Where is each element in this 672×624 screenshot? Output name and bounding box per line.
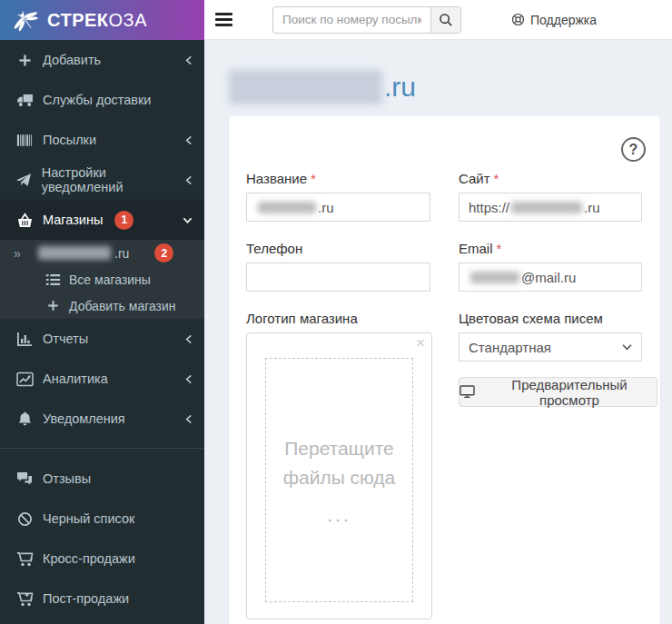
chevron-left-icon — [183, 333, 193, 345]
redacted-shop-title — [229, 70, 382, 104]
main-content: .ru ? Название* .ru — [204, 40, 672, 624]
preview-button[interactable]: Предварительный просмотр — [459, 377, 657, 407]
chevron-down-icon — [621, 343, 633, 352]
list-icon — [43, 273, 63, 286]
logo-field: Логотип магазина × Перетащите файлы сюда… — [246, 311, 430, 619]
sidebar-item-analytics[interactable]: Аналитика — [0, 359, 204, 399]
bell-icon — [14, 411, 35, 427]
submenu-item-all-shops[interactable]: Все магазины — [0, 266, 204, 292]
cart-plus-icon — [14, 591, 35, 607]
parcel-search — [272, 6, 461, 34]
life-ring-icon — [511, 13, 525, 26]
comments-icon — [14, 471, 35, 486]
cart-icon — [14, 551, 35, 567]
paper-plane-icon — [14, 173, 35, 187]
dragonfly-icon — [9, 4, 42, 36]
search-input[interactable] — [272, 6, 430, 34]
app-screen: СТРЕКОЗА Под — [0, 0, 672, 624]
shop-settings-form: Название* .ru Сайт* https:// .ru — [246, 171, 642, 624]
search-icon — [439, 13, 453, 27]
sidebar-item-shops[interactable]: Магазины 1 — [0, 200, 204, 240]
sidebar-item-cross-sales[interactable]: Кросс-продажи — [0, 539, 204, 579]
logo-dropzone[interactable]: × Перетащите файлы сюда ... — [246, 332, 432, 619]
sidebar-divider — [0, 448, 204, 449]
sidebar-item-blacklist[interactable]: Черный список — [0, 499, 204, 539]
sidebar-item-parcels[interactable]: Посылки — [0, 120, 204, 160]
email-label: Email* — [459, 241, 642, 256]
close-icon[interactable]: × — [416, 334, 425, 352]
chevron-left-icon — [183, 174, 193, 186]
support-link[interactable]: Поддержка — [511, 13, 597, 27]
scheme-select[interactable]: Стандартная — [459, 332, 642, 362]
name-field: Название* .ru — [246, 171, 430, 222]
sidebar-item-notification-settings[interactable]: Настройки уведомлений — [0, 160, 204, 200]
monitor-icon — [460, 385, 475, 399]
sidebar-item-post-sales[interactable]: Пост-продажи — [0, 579, 204, 619]
sidebar-item-notifications[interactable]: Уведомления — [0, 399, 204, 439]
support-label: Поддержка — [530, 13, 597, 27]
basket-icon — [14, 213, 35, 228]
chevron-left-icon — [183, 413, 193, 425]
submenu-item-add-shop[interactable]: Добавить магазин — [0, 292, 204, 319]
top-header: Поддержка — [204, 0, 672, 40]
chevron-down-icon — [182, 215, 193, 225]
redacted-name-value — [258, 202, 316, 213]
redacted-site-value — [511, 202, 582, 213]
phone-input[interactable] — [246, 262, 430, 292]
email-input[interactable]: @mail.ru — [459, 262, 642, 292]
scheme-label: Цветовая схема писем — [459, 311, 642, 326]
sidebar-item-add[interactable]: Добавить — [0, 40, 204, 80]
shops-submenu: » .ru 2 Все магазины Добавить магазин — [0, 240, 204, 319]
brand-logo[interactable]: СТРЕКОЗА — [0, 0, 204, 40]
dropzone-inner: Перетащите файлы сюда ... — [265, 358, 413, 602]
redacted-email-value — [470, 272, 519, 283]
name-label: Название* — [246, 171, 430, 186]
name-input[interactable]: .ru — [246, 193, 430, 222]
site-field: Сайт* https:// .ru — [459, 171, 642, 222]
sidebar-item-delivery-services[interactable]: Службы доставки — [0, 80, 204, 120]
bar-chart-icon — [14, 332, 35, 346]
brand-name: СТРЕКОЗА — [47, 10, 147, 31]
search-button[interactable] — [430, 6, 461, 34]
plus-icon — [14, 53, 35, 68]
dropzone-dots: ... — [327, 504, 351, 526]
plus-icon — [43, 299, 63, 312]
shops-count-badge: 1 — [114, 211, 133, 230]
page-title: .ru — [229, 70, 416, 104]
scheme-field: Цветовая схема писем Стандартная — [459, 311, 642, 619]
chevron-left-icon — [183, 54, 193, 66]
sidebar-toggle-icon[interactable] — [215, 13, 232, 26]
line-chart-icon — [14, 371, 35, 387]
sidebar-item-reviews[interactable]: Отзывы — [0, 459, 204, 499]
dropzone-text: Перетащите файлы сюда — [266, 434, 412, 491]
chevron-left-icon — [183, 134, 193, 146]
site-input[interactable]: https:// .ru — [459, 193, 642, 222]
submenu-item-active-shop[interactable]: » .ru 2 — [0, 240, 204, 266]
help-icon[interactable]: ? — [621, 137, 646, 162]
redacted-shop-name — [38, 246, 111, 260]
angle-double-right-icon: » — [14, 246, 28, 261]
barcode-icon — [14, 134, 35, 147]
phone-label: Телефон — [246, 241, 430, 256]
phone-field: Телефон — [246, 241, 430, 292]
logo-label: Логотип магазина — [246, 311, 430, 326]
ban-icon — [14, 511, 35, 527]
chevron-left-icon — [183, 373, 193, 385]
site-label: Сайт* — [459, 171, 642, 186]
truck-icon — [14, 94, 35, 107]
shop-badge: 2 — [154, 243, 173, 262]
sidebar-nav: Добавить Службы доставки Посылки — [0, 40, 204, 624]
sidebar-item-reports[interactable]: Отчеты — [0, 319, 204, 359]
email-field: Email* @mail.ru — [459, 241, 642, 292]
shop-settings-card: ? Название* .ru Сайт* — [229, 116, 660, 624]
